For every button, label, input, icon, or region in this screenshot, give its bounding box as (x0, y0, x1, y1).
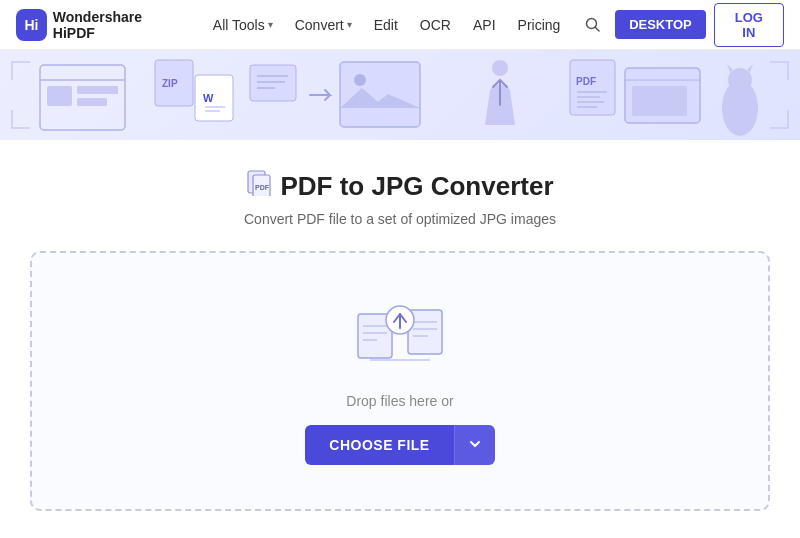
nav-edit[interactable]: Edit (364, 11, 408, 39)
desktop-button[interactable]: DESKTOP (615, 10, 706, 39)
svg-line-1 (595, 27, 599, 31)
svg-rect-5 (77, 86, 118, 94)
svg-rect-6 (77, 98, 107, 106)
chevron-down-icon: ▾ (347, 19, 352, 30)
svg-text:PDF: PDF (255, 184, 270, 191)
hero-banner: ZIP W PDF (0, 50, 800, 140)
choose-file-dropdown[interactable] (454, 425, 495, 465)
logo-icon: Hi (16, 9, 47, 41)
svg-rect-17 (340, 62, 420, 127)
login-button[interactable]: LOG IN (714, 3, 784, 47)
svg-text:PDF: PDF (576, 76, 596, 87)
nav-pricing[interactable]: Pricing (508, 11, 571, 39)
svg-rect-13 (250, 65, 296, 101)
chevron-down-icon: ▾ (268, 19, 273, 30)
choose-file-button[interactable]: CHOOSE FILE (305, 425, 453, 465)
svg-point-18 (354, 74, 366, 86)
svg-rect-28 (632, 86, 687, 116)
nav-convert[interactable]: Convert ▾ (285, 11, 362, 39)
choose-file-wrap: CHOOSE FILE (305, 425, 494, 465)
svg-text:ZIP: ZIP (162, 78, 178, 89)
svg-point-30 (728, 68, 752, 92)
svg-point-19 (492, 60, 508, 76)
pdf-icon: PDF (246, 170, 272, 203)
main-content: PDF PDF to JPG Converter Convert PDF fil… (0, 140, 800, 531)
drop-text: Drop files here or (346, 393, 453, 409)
nav-api[interactable]: API (463, 11, 506, 39)
nav-ocr[interactable]: OCR (410, 11, 461, 39)
navbar: Hi Wondershare HiPDF All Tools ▾ Convert… (0, 0, 800, 50)
svg-rect-9 (195, 75, 233, 121)
chevron-down-icon (469, 438, 481, 450)
logo[interactable]: Hi Wondershare HiPDF (16, 9, 183, 41)
logo-text: Wondershare HiPDF (53, 9, 183, 41)
svg-text:W: W (203, 92, 214, 104)
svg-rect-4 (47, 86, 72, 106)
nav-links: All Tools ▾ Convert ▾ Edit OCR API Prici… (203, 11, 571, 39)
search-icon[interactable] (578, 9, 607, 41)
nav-right: DESKTOP LOG IN (578, 3, 784, 47)
page-title: PDF PDF to JPG Converter (246, 170, 553, 203)
drop-zone[interactable]: Drop files here or CHOOSE FILE (30, 251, 770, 511)
upload-icon (350, 297, 450, 377)
page-subtitle: Convert PDF file to a set of optimized J… (244, 211, 556, 227)
nav-all-tools[interactable]: All Tools ▾ (203, 11, 283, 39)
